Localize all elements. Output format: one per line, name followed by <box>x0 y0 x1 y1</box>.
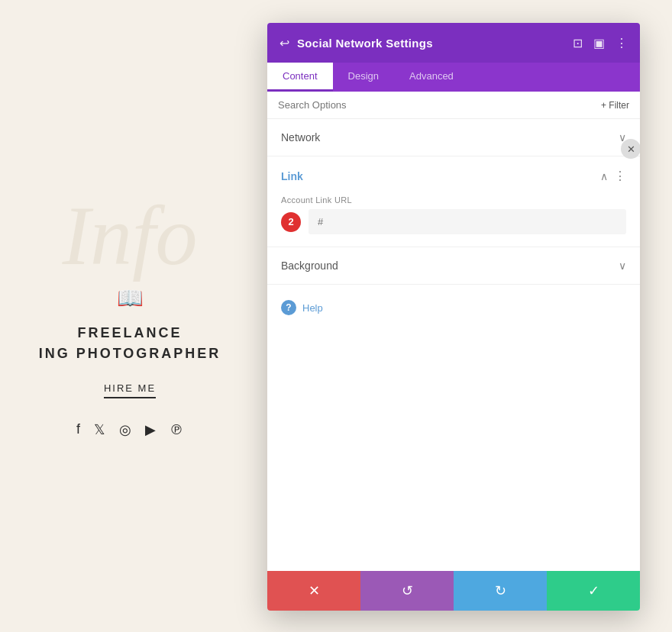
redo-button[interactable]: ↻ <box>454 571 547 611</box>
search-bar: + Filter <box>267 92 640 119</box>
save-button[interactable]: ✓ <box>547 571 640 611</box>
twitter-icon[interactable]: 𝕏 <box>94 421 105 438</box>
reset-button[interactable]: ↺ <box>360 571 454 611</box>
bg-content-area: Info 📖 FREELANCE ING PHOTOGRAPHER HIRE M… <box>0 0 260 632</box>
capture-icon-button[interactable]: ⊡ <box>573 36 583 50</box>
modal-tabs: Content Design Advanced <box>267 63 640 92</box>
account-link-row: 2 <box>281 209 626 234</box>
modal-footer: ✕ ↺ ↻ ✓ <box>267 571 640 611</box>
background-section-title: Background <box>281 260 338 272</box>
social-icons-row: f 𝕏 ◎ ▶ ℗ <box>76 421 183 438</box>
back-icon[interactable]: ↩ <box>279 36 289 50</box>
settings-modal: ↩ Social Network Settings ⊡ ▣ ⋮ Content … <box>267 23 640 611</box>
link-section-content: Account Link URL 2 <box>267 195 640 247</box>
header-actions: ⊡ ▣ ⋮ <box>573 36 628 50</box>
cancel-button[interactable]: ✕ <box>267 571 360 611</box>
more-options-button[interactable]: ⋮ <box>615 36 628 50</box>
hire-me-button[interactable]: HIRE ME <box>104 382 156 398</box>
background-chevron-icon: ∨ <box>619 260 626 272</box>
youtube-icon[interactable]: ▶ <box>145 421 156 438</box>
help-icon: ? <box>281 300 296 315</box>
account-link-label: Account Link URL <box>281 195 626 205</box>
tab-design[interactable]: Design <box>333 63 394 92</box>
filter-button[interactable]: + Filter <box>601 100 629 111</box>
book-icon: 📖 <box>117 285 144 311</box>
link-more-icon[interactable]: ⋮ <box>614 169 626 183</box>
tab-advanced[interactable]: Advanced <box>394 63 469 92</box>
network-section-header[interactable]: Network ∨ <box>267 119 640 156</box>
link-chevron-icon: ∧ <box>600 170 608 182</box>
facebook-icon[interactable]: f <box>76 421 80 438</box>
link-section-title: Link <box>281 170 303 182</box>
network-section-title: Network <box>281 131 320 143</box>
link-section-header[interactable]: Link ∧ ⋮ <box>267 156 640 195</box>
layout-icon-button[interactable]: ▣ <box>593 36 605 50</box>
modal-title: Social Network Settings <box>297 37 565 50</box>
link-section: Link ∧ ⋮ Account Link URL 2 <box>267 156 640 247</box>
help-link[interactable]: Help <box>302 302 323 314</box>
instagram-icon[interactable]: ◎ <box>119 421 131 438</box>
modal-content: Network ∨ Link ∧ ⋮ Account Link URL 2 <box>267 119 640 571</box>
tab-content[interactable]: Content <box>267 63 333 92</box>
help-section: ? Help <box>267 285 640 331</box>
bg-watermark-text: Info <box>62 194 197 278</box>
background-section: Background ∨ <box>267 247 640 285</box>
bg-title: FREELANCE ING PHOTOGRAPHER <box>39 323 221 364</box>
pinterest-icon[interactable]: ℗ <box>170 421 183 438</box>
badge-number-2: 2 <box>281 212 301 232</box>
modal-header: ↩ Social Network Settings ⊡ ▣ ⋮ <box>267 23 640 63</box>
network-section: Network ∨ <box>267 119 640 156</box>
background-section-header[interactable]: Background ∨ <box>267 247 640 284</box>
search-input[interactable] <box>278 99 601 111</box>
account-link-input[interactable] <box>309 209 626 234</box>
link-section-actions: ∧ ⋮ <box>600 169 626 183</box>
close-x-button[interactable]: ✕ <box>621 139 640 159</box>
